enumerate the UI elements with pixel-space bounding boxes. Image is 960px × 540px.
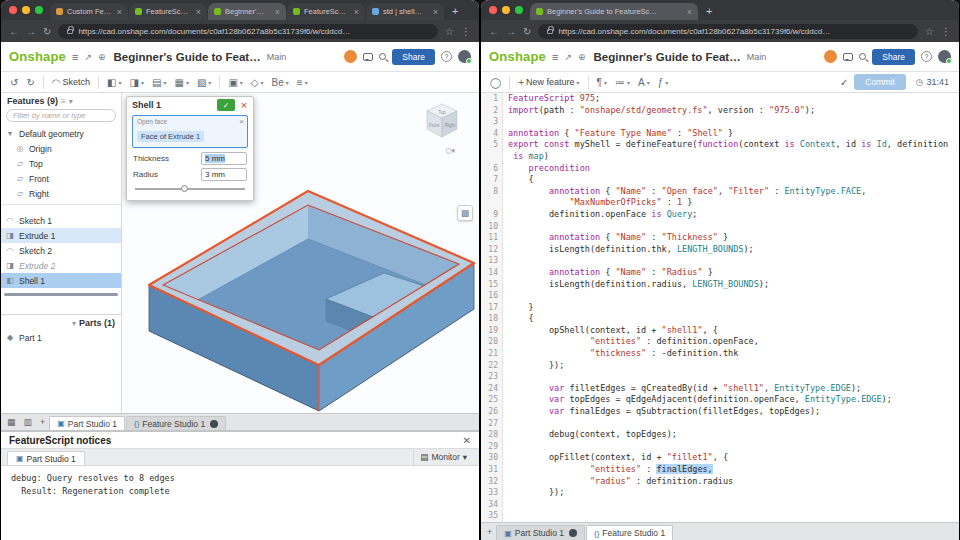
share-doc-icon[interactable]: ↗	[564, 52, 572, 62]
minimize-button[interactable]	[502, 6, 510, 14]
toolbar-[interactable]: ▧▾	[194, 76, 214, 89]
feature-item-extrude-2[interactable]: ◨Extrude 2	[1, 258, 121, 273]
comment-icon[interactable]	[843, 53, 853, 61]
new-tab-button[interactable]: +	[706, 5, 712, 17]
help-icon[interactable]: ?	[441, 51, 452, 62]
browser-tab-custom-fe[interactable]: Custom Fe…×	[50, 3, 128, 20]
collaborator-avatar[interactable]	[344, 50, 357, 63]
code-text[interactable]	[503, 510, 508, 522]
notices-tab-part-studio[interactable]: ▣ Part Studio 1	[7, 451, 85, 465]
share-button[interactable]: Share	[392, 49, 435, 65]
overflow-menu-icon[interactable]: ⋮	[941, 26, 951, 37]
toolbar-sketch[interactable]: ◠Sketch	[49, 76, 93, 89]
accept-button[interactable]: ✓	[217, 99, 235, 111]
view-cube[interactable]: Top Front Right	[419, 99, 465, 145]
comment-icon[interactable]	[363, 53, 373, 61]
code-text[interactable]: annotation { "Feature Type Name" : "Shel…	[503, 128, 733, 140]
code-text[interactable]	[503, 441, 508, 453]
overflow-menu-icon[interactable]: ⋮	[461, 26, 471, 37]
feature-item-right[interactable]: ▱Right	[1, 186, 121, 201]
studio-tab-part-studio-1[interactable]: ▣Part Studio 1	[496, 525, 585, 540]
close-button[interactable]	[489, 6, 497, 14]
feature-item-front[interactable]: ▱Front	[1, 171, 121, 186]
toolbar-[interactable]: ▣▾	[225, 76, 245, 89]
minimize-button[interactable]	[22, 6, 30, 14]
code-text[interactable]: import(path : "onshape/std/geometry.fs",…	[503, 105, 815, 117]
panel-toggle-icon[interactable]: ▦	[3, 417, 20, 427]
back-icon[interactable]: ←	[9, 26, 19, 37]
zoom-button[interactable]	[35, 6, 43, 14]
toolbar-[interactable]: ◯	[487, 76, 504, 89]
menu-icon[interactable]: ≡	[72, 51, 78, 63]
open-face-field[interactable]: × Open face Face of Extrude 1	[132, 115, 248, 148]
code-text[interactable]: is map)	[503, 151, 549, 163]
panel-toggle2-icon[interactable]: ▥	[20, 417, 37, 427]
radius-slider[interactable]	[135, 184, 245, 194]
parts-caret-icon[interactable]: ▾	[72, 319, 76, 328]
thickness-input[interactable]: 5 mm	[201, 152, 247, 165]
code-editor[interactable]: 1FeatureScript 975;2import(path : "onsha…	[481, 93, 959, 522]
browser-tab-beginner-s-guide-to-featuresc[interactable]: Beginner's Guide to FeatureSc…×	[530, 3, 698, 20]
feature-item-shell-1[interactable]: ◧Shell 1	[1, 273, 121, 288]
search-icon[interactable]	[379, 53, 386, 60]
code-text[interactable]: annotation { "Name" : "Radius" }	[503, 267, 713, 279]
viewport-tool-icon[interactable]: ▩	[457, 205, 473, 221]
code-text[interactable]: FeatureScript 975;	[503, 93, 600, 105]
bookmark-icon[interactable]: ☆	[445, 26, 454, 37]
search-icon[interactable]	[859, 53, 866, 60]
filter-input[interactable]: Filter by name or type	[6, 109, 116, 122]
tab-close-icon[interactable]: ×	[354, 7, 359, 17]
toolbar-[interactable]: ≔▾	[612, 76, 633, 89]
back-icon[interactable]: ←	[489, 26, 499, 37]
feature-item-default-geometry[interactable]: ▾Default geometry	[1, 126, 121, 141]
code-text[interactable]: debug(context, topEdges);	[503, 429, 677, 441]
selection-chip[interactable]: Face of Extrude 1	[137, 131, 204, 142]
toolbar-a[interactable]: A▾	[635, 76, 653, 89]
toolbar-[interactable]: ƒ▾	[655, 76, 672, 89]
code-text[interactable]: isLength(definition.thk, LENGTH_BOUNDS);	[503, 244, 754, 256]
tab-close-icon[interactable]: ×	[433, 7, 438, 17]
share-button[interactable]: Share	[872, 49, 915, 65]
commit-button[interactable]: Commit	[854, 74, 905, 90]
forward-icon[interactable]: →	[26, 26, 36, 37]
feature-item-sketch-2[interactable]: ◠Sketch 2	[1, 243, 121, 258]
close-notices-icon[interactable]: ✕	[463, 435, 471, 446]
code-text[interactable]: precondition	[503, 163, 590, 175]
user-avatar[interactable]	[458, 50, 471, 63]
address-field[interactable]: https://cad.onshape.com/documents/c0af12…	[58, 24, 438, 39]
feature-item-extrude-1[interactable]: ◨Extrude 1	[1, 228, 121, 243]
code-text[interactable]: export const myShell = defineFeature(fun…	[503, 139, 948, 151]
code-text[interactable]: "thickness" : -definition.thk	[503, 348, 738, 360]
menu-icon[interactable]: ≡	[552, 51, 558, 63]
code-text[interactable]: var finalEdges = qSubtraction(filletEdge…	[503, 406, 820, 418]
code-text[interactable]: annotation { "Name" : "Open face", "Filt…	[503, 186, 866, 198]
code-text[interactable]	[503, 371, 508, 383]
address-field[interactable]: https://cad.onshape.com/documents/c0af12…	[538, 24, 918, 39]
feature-item-origin[interactable]: ◎Origin	[1, 141, 121, 156]
toolbar-[interactable]: ≡▾	[294, 76, 311, 89]
monitor-dropdown[interactable]: ▤ Monitor ▾	[413, 449, 473, 465]
toolbar-be[interactable]: Be▾	[269, 76, 292, 89]
reload-icon[interactable]: ↻	[43, 26, 51, 37]
studio-tab-part-studio-1[interactable]: ▣Part Studio 1	[49, 416, 125, 430]
browser-tab-featuresc[interactable]: FeatureSc…×	[129, 3, 207, 20]
code-text[interactable]	[503, 116, 508, 128]
code-text[interactable]	[503, 499, 508, 511]
code-text[interactable]: "radius" : definition.radius	[503, 476, 733, 488]
code-text[interactable]: opShell(context, id + "shell1", {	[503, 325, 718, 337]
code-text[interactable]: definition.openFace is Query;	[503, 209, 697, 221]
radius-input[interactable]: 3 mm	[201, 168, 247, 181]
add-studio-icon[interactable]: +	[36, 417, 49, 427]
forward-icon[interactable]: →	[506, 26, 516, 37]
toolbar-[interactable]: ↻	[23, 76, 37, 89]
code-text[interactable]: var topEdges = qEdgeAdjacent(definition.…	[503, 394, 892, 406]
bookmark-icon[interactable]: ☆	[925, 26, 934, 37]
studio-tab-feature-studio-1[interactable]: {}Feature Studio 1	[586, 525, 673, 540]
panel-collapse-icon[interactable]: ▾	[69, 97, 73, 106]
toolbar-new-feature[interactable]: +New feature▾	[515, 76, 582, 89]
toolbar-[interactable]: ◇▾	[248, 76, 267, 89]
code-text[interactable]	[503, 221, 508, 233]
panel-options-icon[interactable]: ≡	[61, 97, 66, 106]
code-text[interactable]: }	[503, 302, 534, 314]
code-text[interactable]	[503, 290, 508, 302]
